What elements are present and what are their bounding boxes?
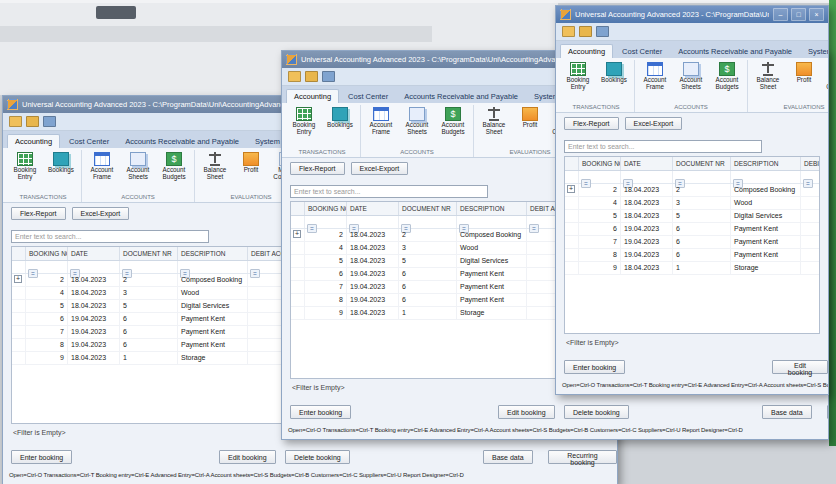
ribbon-group[interactable]: Balance SheetProfitMonth Compar...EVALUA… (748, 60, 829, 112)
ribbon-group-items[interactable]: Account FrameAccount Sheets$Account Budg… (85, 150, 191, 193)
title-bar[interactable]: Universal Accounting Advanced 2023 - C:\… (556, 6, 828, 23)
folder-new-icon[interactable] (305, 71, 318, 82)
column-header-booking-no[interactable]: BOOKING NO (305, 202, 347, 215)
search-input[interactable] (564, 140, 762, 153)
grid-icon[interactable] (43, 116, 56, 127)
ribbon-group-items[interactable]: Account FrameAccount Sheets$Account Budg… (364, 105, 470, 148)
ribbon-button-balance-sheet[interactable]: Balance Sheet (198, 150, 232, 193)
search-input[interactable] (290, 185, 488, 198)
tab-accounting[interactable]: Accounting (7, 134, 60, 148)
ribbon-group[interactable]: Account FrameAccount Sheets$Account Budg… (82, 150, 195, 202)
folder-open-icon[interactable] (288, 71, 301, 82)
ribbon-button-account-budgets[interactable]: $Account Budgets (157, 150, 191, 193)
ribbon-button-account-frame[interactable]: Account Frame (85, 150, 119, 193)
flex-report-button[interactable]: Flex-Report (290, 162, 345, 175)
tab-cost-center[interactable]: Cost Center (615, 45, 669, 58)
ribbon-group[interactable]: Booking EntryBookingsTRANSACTIONS (5, 150, 82, 202)
ribbon-group-items[interactable]: Booking EntryBookings (287, 105, 357, 148)
enter-booking-button[interactable]: Enter booking (11, 450, 72, 464)
base-data-button[interactable]: Base data (762, 405, 812, 419)
tab-cost-center[interactable]: Cost Center (62, 135, 116, 148)
table-row[interactable]: 518.04.20235Digital Services100 (565, 210, 819, 223)
edit-booking-button[interactable]: Edit booking (498, 405, 555, 419)
ribbon-group-items[interactable]: Balance SheetProfitMonth Compar... (751, 60, 829, 103)
delete-booking-button[interactable]: Delete booking (564, 405, 629, 419)
flex-report-button[interactable]: Flex-Report (564, 117, 619, 130)
ribbon-button-booking-entry[interactable]: Booking Entry (561, 60, 595, 103)
ribbon-group-items[interactable]: Booking EntryBookings (561, 60, 631, 103)
table-row[interactable]: 819.04.20236Payment Kent (565, 249, 819, 262)
excel-export-button[interactable]: Excel-Export (72, 207, 130, 220)
maximize-button[interactable]: □ (791, 8, 806, 21)
ribbon-button-bookings[interactable]: Bookings (44, 150, 78, 193)
ribbon-button-balance-sheet[interactable]: Balance Sheet (477, 105, 511, 148)
grid-icon[interactable] (322, 71, 335, 82)
folder-new-icon[interactable] (26, 116, 39, 127)
ribbon-button-bookings[interactable]: Bookings (597, 60, 631, 103)
table-row[interactable]: 719.04.20236Payment Kent (565, 236, 819, 249)
table-row[interactable]: 418.04.20233Wood3 (565, 197, 819, 210)
table-row[interactable]: 918.04.20231Storage2 (565, 262, 819, 275)
tab-system[interactable]: System (801, 45, 829, 58)
excel-export-button[interactable]: Excel-Export (351, 162, 409, 175)
minimize-button[interactable]: – (773, 8, 788, 21)
column-header-booking-no[interactable]: BOOKING NO (26, 247, 68, 260)
search-input[interactable] (11, 230, 209, 243)
table-row[interactable]: 619.04.20236Payment Kent (565, 223, 819, 236)
edit-booking-button[interactable]: Edit booking (772, 360, 828, 374)
ribbon-button-booking-entry[interactable]: Booking Entry (287, 105, 321, 148)
ribbon-group-items[interactable]: Account FrameAccount Sheets$Account Budg… (638, 60, 744, 103)
recurring-booking-button[interactable]: Recurring booking (548, 450, 617, 464)
column-header-date[interactable]: DATE (68, 247, 120, 260)
enter-booking-button[interactable]: Enter booking (290, 405, 351, 419)
expand-icon[interactable]: + (567, 185, 575, 193)
folder-open-icon[interactable] (562, 26, 575, 37)
ribbon-button-account-sheets[interactable]: Account Sheets (674, 60, 708, 103)
column-header-date[interactable]: DATE (621, 157, 673, 170)
excel-export-button[interactable]: Excel-Export (625, 117, 683, 130)
column-header-date[interactable]: DATE (347, 202, 399, 215)
tab-cost-center[interactable]: Cost Center (341, 90, 395, 103)
column-header-debit-accou[interactable]: DEBIT ACCOU... (801, 157, 820, 170)
column-header-document-nr[interactable]: DOCUMENT NR (673, 157, 731, 170)
ribbon-button-profit[interactable]: Profit (234, 150, 268, 193)
column-header-description[interactable]: DESCRIPTION (178, 247, 248, 260)
column-header-booking-no[interactable]: BOOKING NO (579, 157, 621, 170)
ribbon-group[interactable]: Booking EntryBookingsTRANSACTIONS (558, 60, 635, 112)
grid-icon[interactable] (596, 26, 609, 37)
delete-booking-button[interactable]: Delete booking (285, 450, 350, 464)
column-header-document-nr[interactable]: DOCUMENT NR (399, 202, 457, 215)
ribbon-button-profit[interactable]: Profit (787, 60, 821, 103)
ribbon-group-items[interactable]: Booking EntryBookings (8, 150, 78, 193)
column-header-description[interactable]: DESCRIPTION (731, 157, 801, 170)
edit-booking-button[interactable]: Edit booking (219, 450, 276, 464)
ribbon-button-account-budgets[interactable]: $Account Budgets (436, 105, 470, 148)
expand-icon[interactable]: + (293, 230, 301, 238)
ribbon-button-profit[interactable]: Profit (513, 105, 547, 148)
ribbon-group[interactable]: Booking EntryBookingsTRANSACTIONS (284, 105, 361, 157)
table-row[interactable]: +218.04.20232Composed Booking1 (565, 184, 819, 197)
ribbon-button-booking-entry[interactable]: Booking Entry (8, 150, 42, 193)
flex-report-button[interactable]: Flex-Report (11, 207, 66, 220)
expand-icon[interactable]: + (14, 275, 22, 283)
ribbon-button-account-frame[interactable]: Account Frame (364, 105, 398, 148)
tab-accounting[interactable]: Accounting (286, 89, 339, 103)
ribbon-button-account-budgets[interactable]: $Account Budgets (710, 60, 744, 103)
tab-accounting[interactable]: Accounting (560, 44, 613, 58)
ribbon-button-bookings[interactable]: Bookings (323, 105, 357, 148)
ribbon-button-month-comparison[interactable]: Month Compar... (823, 60, 829, 103)
folder-new-icon[interactable] (579, 26, 592, 37)
tab-accounts-receivable-and-payable[interactable]: Accounts Receivable and Payable (671, 45, 799, 58)
ribbon-button-balance-sheet[interactable]: Balance Sheet (751, 60, 785, 103)
recurring-booking-button[interactable]: Recurring booking (827, 405, 829, 419)
tab-accounts-receivable-and-payable[interactable]: Accounts Receivable and Payable (397, 90, 525, 103)
ribbon-button-account-sheets[interactable]: Account Sheets (121, 150, 155, 193)
ribbon-group[interactable]: Account FrameAccount Sheets$Account Budg… (361, 105, 474, 157)
column-header-document-nr[interactable]: DOCUMENT NR (120, 247, 178, 260)
close-button[interactable]: × (809, 8, 824, 21)
ribbon-button-account-frame[interactable]: Account Frame (638, 60, 672, 103)
enter-booking-button[interactable]: Enter booking (564, 360, 625, 374)
folder-open-icon[interactable] (9, 116, 22, 127)
column-header-description[interactable]: DESCRIPTION (457, 202, 527, 215)
ribbon-button-account-sheets[interactable]: Account Sheets (400, 105, 434, 148)
